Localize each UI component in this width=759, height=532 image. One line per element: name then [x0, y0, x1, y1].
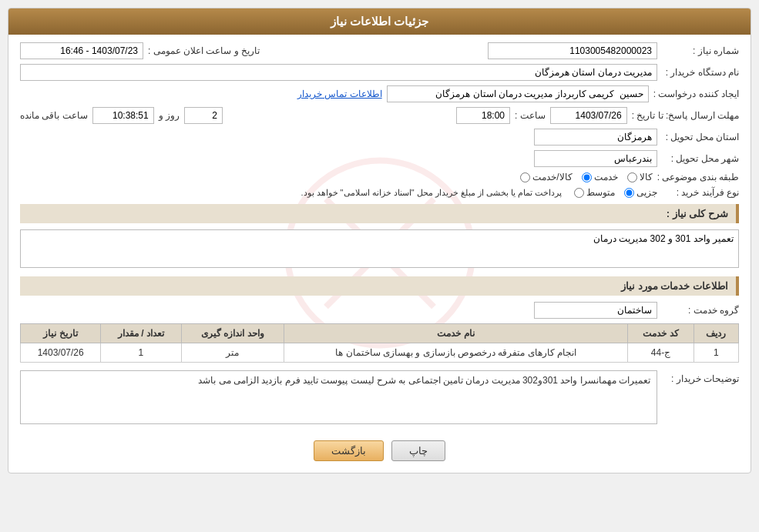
requester-input[interactable]	[387, 85, 649, 102]
buyer-org-input[interactable]	[20, 64, 657, 81]
need-number-input[interactable]	[488, 42, 657, 59]
category-goods-label: کالا	[640, 172, 653, 182]
table-cell-name: انجام کارهای متفرقه درخصوص بازسازی و بهس…	[284, 343, 628, 363]
card-header: جزئیات اطلاعات نیاز	[8, 8, 751, 35]
city-label: شهر محل تحویل :	[662, 153, 739, 164]
deadline-label: مهلت ارسال پاسخ: تا تاریخ :	[632, 110, 739, 121]
deadline-days-label: روز و	[159, 110, 180, 121]
deadline-time-label: ساعت :	[515, 110, 546, 121]
purchase-radio-group: جزیی متوسط	[574, 187, 657, 198]
table-cell-row: 1	[694, 343, 738, 363]
col-code: کد خدمت	[628, 324, 694, 343]
back-button[interactable]: بازگشت	[314, 440, 384, 461]
province-label: استان محل تحویل :	[662, 132, 739, 142]
purchase-medium-radio[interactable]	[574, 188, 584, 198]
col-date: تاریخ نیاز	[21, 324, 101, 343]
deadline-days-input[interactable]	[184, 107, 223, 124]
purchase-type-label: نوع فرآیند خرید :	[662, 187, 739, 198]
need-desc-section-label: شرح کلی نیاز :	[20, 204, 739, 223]
table-cell-code: ج-44	[628, 343, 694, 363]
buyer-org-label: نام دستگاه خریدار :	[662, 67, 739, 78]
category-goods-item[interactable]: کالا	[627, 172, 653, 182]
col-qty: تعداد / مقدار	[101, 324, 181, 343]
purchase-medium-item[interactable]: متوسط	[574, 187, 615, 198]
announce-label: تاریخ و ساعت اعلان عمومی :	[148, 45, 260, 56]
purchase-partial-label: جزیی	[636, 187, 657, 198]
row-buyer-org: نام دستگاه خریدار :	[20, 64, 739, 81]
category-label: طبقه بندی موضوعی :	[657, 172, 739, 182]
row-requester: ایجاد کننده درخواست : اطلاعات تماس خریدا…	[20, 85, 739, 102]
category-service-label: خدمت	[594, 172, 618, 182]
buyer-desc-box: تعمیرات مهمانسرا واحد 301و302 مدیریت درم…	[20, 370, 657, 424]
row-deadline: مهلت ارسال پاسخ: تا تاریخ : ساعت : روز و…	[20, 107, 739, 124]
province-input[interactable]	[534, 129, 657, 146]
service-group-input[interactable]	[534, 302, 657, 319]
col-name: نام خدمت	[284, 324, 628, 343]
need-desc-textarea[interactable]	[20, 229, 739, 268]
announce-input[interactable]	[20, 42, 143, 59]
deadline-remaining-input[interactable]	[92, 107, 154, 124]
category-service-radio[interactable]	[582, 172, 592, 182]
table-row: 1ج-44انجام کارهای متفرقه درخصوص بازسازی …	[21, 343, 739, 363]
row-buyer-desc: توضیحات خریدار : تعمیرات مهمانسرا واحد 3…	[20, 370, 739, 429]
row-purchase-type: نوع فرآیند خرید : جزیی متوسط پرداخت تمام…	[20, 187, 739, 198]
purchase-partial-radio[interactable]	[624, 188, 634, 198]
print-button[interactable]: چاپ	[391, 440, 445, 461]
card-body: Ana Tender شماره نیاز : تاریخ و ساعت اعل…	[8, 35, 751, 473]
row-need-number: شماره نیاز : تاریخ و ساعت اعلان عمومی :	[20, 42, 739, 59]
requester-label: ایجاد کننده درخواست :	[653, 89, 739, 99]
category-service-item[interactable]: خدمت	[582, 172, 618, 182]
main-card: جزئیات اطلاعات نیاز Ana Tender شماره نیا…	[8, 8, 751, 473]
purchase-medium-label: متوسط	[586, 187, 615, 198]
page-wrapper: جزئیات اطلاعات نیاز Ana Tender شماره نیا…	[0, 0, 759, 532]
row-service-group: گروه خدمت :	[20, 302, 739, 319]
inner-content: شماره نیاز : تاریخ و ساعت اعلان عمومی : …	[20, 42, 739, 461]
row-category: طبقه بندی موضوعی : کالا خدمت کالا/خدمت	[20, 172, 739, 182]
buyer-desc-label: توضیحات خریدار :	[662, 370, 739, 384]
col-row: ردیف	[694, 324, 738, 343]
purchase-note: پرداخت تمام یا بخشی از مبلغ خریدار محل "…	[301, 188, 562, 198]
city-input[interactable]	[534, 150, 657, 167]
row-province: استان محل تحویل :	[20, 129, 739, 146]
btn-row: چاپ بازگشت	[20, 440, 739, 461]
service-info-section-label: اطلاعات خدمات مورد نیاز	[20, 276, 739, 296]
col-unit: واحد اندازه گیری	[181, 324, 284, 343]
row-city: شهر محل تحویل :	[20, 150, 739, 167]
purchase-partial-item[interactable]: جزیی	[624, 187, 657, 198]
table-cell-date: 1403/07/26	[21, 343, 101, 363]
service-table: ردیف کد خدمت نام خدمت واحد اندازه گیری ت…	[20, 323, 739, 363]
buyer-desc-text: تعمیرات مهمانسرا واحد 301و302 مدیریت درم…	[198, 375, 650, 386]
deadline-time-input[interactable]	[456, 107, 510, 124]
category-goods-radio[interactable]	[627, 172, 637, 182]
service-group-label: گروه خدمت :	[662, 305, 739, 316]
need-number-label: شماره نیاز :	[662, 45, 739, 56]
table-cell-unit: متر	[181, 343, 284, 363]
category-goods-service-item[interactable]: کالا/خدمت	[520, 172, 572, 182]
page-title: جزئیات اطلاعات نیاز	[331, 15, 428, 28]
table-cell-qty: 1	[101, 343, 181, 363]
need-desc-row: // We'll set the value after DOM	[20, 229, 739, 270]
deadline-date-input[interactable]	[550, 107, 627, 124]
category-goods-service-label: کالا/خدمت	[532, 172, 572, 182]
category-goods-service-radio[interactable]	[520, 172, 530, 182]
category-radio-group: کالا خدمت کالا/خدمت	[520, 172, 652, 182]
deadline-remaining-label: ساعت باقی مانده	[20, 110, 88, 121]
requester-contact-link[interactable]: اطلاعات تماس خریدار	[297, 89, 382, 99]
